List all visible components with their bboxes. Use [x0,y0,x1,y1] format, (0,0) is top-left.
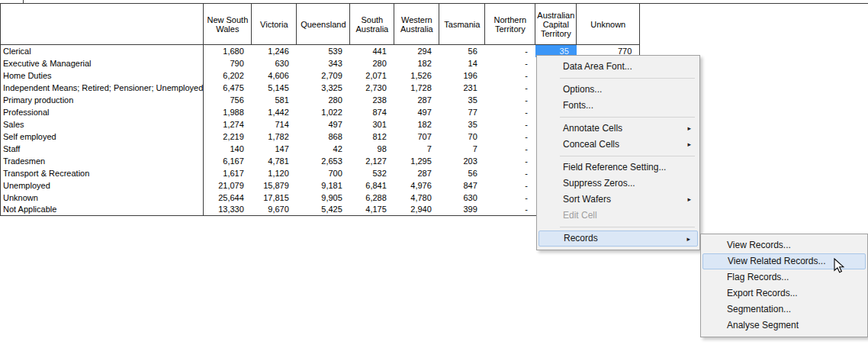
data-cell[interactable]: 2,071 [350,69,394,82]
row-label-tradesmen[interactable]: Tradesmen [1,155,204,167]
data-cell[interactable]: 1,728 [394,82,439,94]
submenu-item-analyse-segment[interactable]: Analyse Segment [702,318,866,334]
data-cell[interactable]: 5,145 [252,82,297,94]
row-label-unknown[interactable]: Unknown [1,192,204,204]
row-label-not-applicable[interactable]: Not Applicable [1,204,204,216]
data-cell[interactable]: 4,175 [350,204,394,216]
data-cell[interactable]: 707 [394,131,439,143]
data-cell[interactable]: 874 [350,106,394,118]
data-cell[interactable]: 1,246 [252,45,297,57]
data-cell[interactable]: 196 [439,69,485,82]
data-cell[interactable]: 147 [252,143,297,155]
data-cell[interactable]: 238 [350,94,394,106]
data-cell[interactable]: - [485,179,535,192]
data-cell[interactable]: 17,815 [252,192,297,204]
data-cell[interactable]: 4,976 [394,179,439,192]
data-cell[interactable]: 1,022 [297,106,350,118]
data-cell[interactable]: - [485,57,535,69]
data-cell[interactable]: 1,274 [204,118,252,131]
row-label-transport-recreation[interactable]: Transport & Recreation [1,167,204,179]
data-cell[interactable]: 532 [350,167,394,179]
row-label-unemployed[interactable]: Unemployed [1,179,204,192]
data-cell[interactable]: 70 [439,131,485,143]
data-cell[interactable]: 9,181 [297,179,350,192]
data-cell[interactable]: 1,782 [252,131,297,143]
menu-item-annotate-cells[interactable]: Annotate Cells▸ [538,121,698,137]
data-cell[interactable]: 6,475 [204,82,252,94]
data-cell[interactable]: 9,905 [297,192,350,204]
data-cell[interactable]: 714 [252,118,297,131]
data-cell[interactable]: 1,617 [204,167,252,179]
data-cell[interactable]: 203 [439,155,485,167]
data-cell[interactable]: 581 [252,94,297,106]
data-cell[interactable]: 4,606 [252,69,297,82]
column-header-new-south-wales[interactable]: New South Wales [204,4,252,45]
data-cell[interactable]: 35 [439,94,485,106]
menu-item-records[interactable]: Records▸ [538,231,698,247]
data-cell[interactable]: 1,680 [204,45,252,57]
data-cell[interactable]: 7 [394,143,439,155]
data-cell[interactable]: 7 [439,143,485,155]
row-label-staff[interactable]: Staff [1,143,204,155]
data-cell[interactable]: 280 [350,57,394,69]
data-cell[interactable]: 21,079 [204,179,252,192]
data-cell[interactable]: - [485,204,535,216]
data-cell[interactable]: 1,295 [394,155,439,167]
column-header-victoria[interactable]: Victoria [252,4,297,45]
data-cell[interactable]: 4,780 [394,192,439,204]
data-cell[interactable]: - [485,131,535,143]
data-cell[interactable]: 847 [439,179,485,192]
data-cell[interactable]: 287 [394,94,439,106]
submenu-item-segmentation[interactable]: Segmentation... [702,301,866,318]
data-cell[interactable]: 140 [204,143,252,155]
row-label-executive-managerial[interactable]: Executive & Managerial [1,57,204,69]
data-cell[interactable]: 14 [439,57,485,69]
data-cell[interactable]: 630 [252,57,297,69]
data-cell[interactable]: 2,730 [350,82,394,94]
data-cell[interactable]: 35 [439,118,485,131]
column-header-south-australia[interactable]: South Australia [350,4,394,45]
data-cell[interactable]: 56 [439,167,485,179]
data-cell[interactable]: 25,644 [204,192,252,204]
data-cell[interactable]: 294 [394,45,439,57]
data-cell[interactable]: 1,526 [394,69,439,82]
data-cell[interactable]: 497 [297,118,350,131]
data-cell[interactable]: 630 [439,192,485,204]
menu-item-fonts[interactable]: Fonts... [538,98,698,114]
data-cell[interactable]: 13,330 [204,204,252,216]
data-cell[interactable]: 6,167 [204,155,252,167]
data-cell[interactable]: 9,670 [252,204,297,216]
data-cell[interactable]: 1,120 [252,167,297,179]
row-label-sales[interactable]: Sales [1,118,204,131]
data-cell[interactable]: - [485,167,535,179]
column-header-unknown[interactable]: Unknown [577,4,640,45]
data-cell[interactable]: - [485,94,535,106]
column-header-queensland[interactable]: Queensland [297,4,350,45]
data-cell[interactable]: - [485,69,535,82]
data-cell[interactable]: - [485,118,535,131]
data-cell[interactable]: 2,219 [204,131,252,143]
data-cell[interactable]: - [485,45,535,57]
column-header-western-australia[interactable]: Western Australia [394,4,439,45]
data-cell[interactable]: 98 [350,143,394,155]
submenu-item-export-records[interactable]: Export Records... [702,285,866,301]
column-header-northern-territory[interactable]: Northern Territory [485,4,535,45]
data-cell[interactable]: 42 [297,143,350,155]
data-cell[interactable]: 441 [350,45,394,57]
data-cell[interactable]: 700 [297,167,350,179]
menu-item-data-area-font[interactable]: Data Area Font... [538,59,698,75]
row-label-self-employed[interactable]: Self employed [1,131,204,143]
row-label-professional[interactable]: Professional [1,106,204,118]
data-cell[interactable]: 280 [297,94,350,106]
data-cell[interactable]: 15,879 [252,179,297,192]
row-label-home-duties[interactable]: Home Duties [1,69,204,82]
data-cell[interactable]: 497 [394,106,439,118]
data-cell[interactable]: 868 [297,131,350,143]
data-cell[interactable]: 2,940 [394,204,439,216]
data-cell[interactable]: 756 [204,94,252,106]
data-cell[interactable]: 1,442 [252,106,297,118]
data-cell[interactable]: 182 [394,118,439,131]
menu-item-options[interactable]: Options... [538,82,698,98]
data-cell[interactable]: - [485,155,535,167]
data-cell[interactable]: 6,841 [350,179,394,192]
